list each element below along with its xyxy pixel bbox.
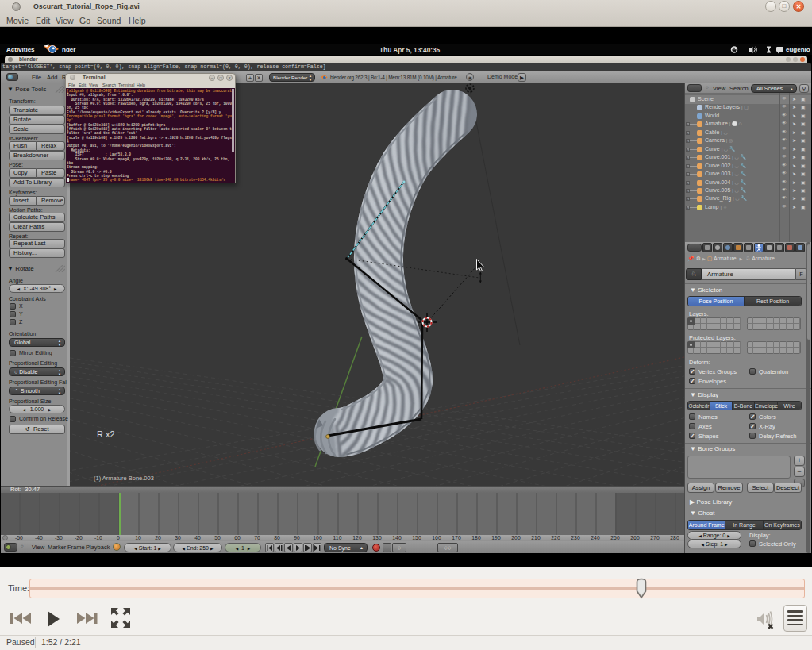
svg-text:R x2: R x2	[97, 429, 115, 439]
svg-text:(1) Armature Bone.003: (1) Armature Bone.003	[94, 475, 154, 482]
